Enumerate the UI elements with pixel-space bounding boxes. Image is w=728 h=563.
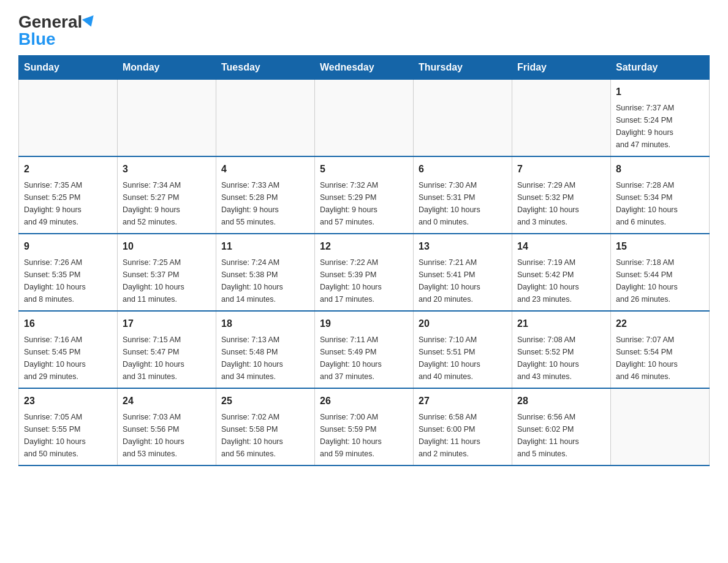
day-info: Sunrise: 7:34 AMSunset: 5:27 PMDaylight:…: [123, 179, 211, 228]
calendar-cell: [611, 388, 710, 465]
day-info: Sunrise: 7:21 AMSunset: 5:41 PMDaylight:…: [419, 256, 507, 305]
weekday-header-tuesday: Tuesday: [216, 56, 315, 80]
calendar-cell: 12Sunrise: 7:22 AMSunset: 5:39 PMDayligh…: [315, 234, 414, 311]
day-number: 28: [517, 394, 605, 408]
day-number: 15: [616, 239, 704, 254]
day-number: 21: [517, 316, 605, 331]
weekday-header-row: SundayMondayTuesdayWednesdayThursdayFrid…: [19, 56, 710, 80]
calendar-cell: 25Sunrise: 7:02 AMSunset: 5:58 PMDayligh…: [216, 388, 315, 465]
day-info: Sunrise: 7:28 AMSunset: 5:34 PMDaylight:…: [616, 179, 704, 228]
day-info: Sunrise: 7:02 AMSunset: 5:58 PMDaylight:…: [221, 411, 309, 460]
day-number: 27: [419, 394, 507, 408]
day-info: Sunrise: 7:10 AMSunset: 5:51 PMDaylight:…: [419, 334, 507, 383]
calendar-cell: 20Sunrise: 7:10 AMSunset: 5:51 PMDayligh…: [414, 311, 512, 388]
day-number: 6: [419, 162, 507, 177]
day-number: 16: [24, 316, 112, 331]
week-row-1: 1Sunrise: 7:37 AMSunset: 5:24 PMDaylight…: [19, 80, 710, 157]
calendar-cell: 13Sunrise: 7:21 AMSunset: 5:41 PMDayligh…: [414, 234, 512, 311]
day-number: 7: [517, 162, 605, 177]
day-number: 26: [320, 394, 408, 408]
calendar-body: 1Sunrise: 7:37 AMSunset: 5:24 PMDaylight…: [19, 80, 710, 466]
day-number: 17: [123, 316, 211, 331]
calendar-cell: 7Sunrise: 7:29 AMSunset: 5:32 PMDaylight…: [512, 156, 611, 234]
day-number: 10: [123, 239, 211, 254]
day-info: Sunrise: 6:56 AMSunset: 6:02 PMDaylight:…: [517, 411, 605, 460]
day-number: 14: [517, 239, 605, 254]
day-info: Sunrise: 7:35 AMSunset: 5:25 PMDaylight:…: [24, 179, 112, 228]
day-number: 9: [24, 239, 112, 254]
calendar-cell: 5Sunrise: 7:32 AMSunset: 5:29 PMDaylight…: [315, 156, 414, 234]
calendar-cell: 6Sunrise: 7:30 AMSunset: 5:31 PMDaylight…: [414, 156, 512, 234]
calendar-cell: 22Sunrise: 7:07 AMSunset: 5:54 PMDayligh…: [611, 311, 710, 388]
day-number: 1: [616, 85, 704, 99]
day-number: 4: [221, 162, 309, 177]
calendar-cell: 14Sunrise: 7:19 AMSunset: 5:42 PMDayligh…: [512, 234, 611, 311]
day-number: 19: [320, 316, 408, 331]
weekday-header-saturday: Saturday: [611, 56, 710, 80]
day-number: 18: [221, 316, 309, 331]
calendar-header: SundayMondayTuesdayWednesdayThursdayFrid…: [19, 56, 710, 80]
day-info: Sunrise: 7:32 AMSunset: 5:29 PMDaylight:…: [320, 179, 408, 228]
calendar-cell: 23Sunrise: 7:05 AMSunset: 5:55 PMDayligh…: [19, 388, 118, 465]
day-info: Sunrise: 7:29 AMSunset: 5:32 PMDaylight:…: [517, 179, 605, 228]
day-info: Sunrise: 7:03 AMSunset: 5:56 PMDaylight:…: [123, 411, 211, 460]
day-number: 24: [123, 394, 211, 408]
day-number: 8: [616, 162, 704, 177]
day-number: 11: [221, 239, 309, 254]
day-number: 22: [616, 316, 704, 331]
calendar-cell: 16Sunrise: 7:16 AMSunset: 5:45 PMDayligh…: [19, 311, 118, 388]
day-info: Sunrise: 6:58 AMSunset: 6:00 PMDaylight:…: [419, 411, 507, 460]
day-info: Sunrise: 7:19 AMSunset: 5:42 PMDaylight:…: [517, 256, 605, 305]
calendar-cell: 2Sunrise: 7:35 AMSunset: 5:25 PMDaylight…: [19, 156, 118, 234]
day-number: 23: [24, 394, 112, 408]
day-info: Sunrise: 7:37 AMSunset: 5:24 PMDaylight:…: [616, 102, 704, 151]
day-info: Sunrise: 7:07 AMSunset: 5:54 PMDaylight:…: [616, 334, 704, 383]
calendar-cell: 26Sunrise: 7:00 AMSunset: 5:59 PMDayligh…: [315, 388, 414, 465]
calendar-cell: [118, 80, 216, 157]
logo: General Blue: [18, 12, 96, 49]
weekday-header-monday: Monday: [118, 56, 216, 80]
day-info: Sunrise: 7:30 AMSunset: 5:31 PMDaylight:…: [419, 179, 507, 228]
calendar-cell: 24Sunrise: 7:03 AMSunset: 5:56 PMDayligh…: [118, 388, 216, 465]
calendar-cell: 11Sunrise: 7:24 AMSunset: 5:38 PMDayligh…: [216, 234, 315, 311]
day-number: 12: [320, 239, 408, 254]
day-number: 5: [320, 162, 408, 177]
weekday-header-friday: Friday: [512, 56, 611, 80]
weekday-header-thursday: Thursday: [414, 56, 512, 80]
page-header: General Blue: [18, 12, 710, 49]
calendar-cell: 1Sunrise: 7:37 AMSunset: 5:24 PMDaylight…: [611, 80, 710, 157]
calendar-cell: [216, 80, 315, 157]
calendar-cell: 9Sunrise: 7:26 AMSunset: 5:35 PMDaylight…: [19, 234, 118, 311]
week-row-5: 23Sunrise: 7:05 AMSunset: 5:55 PMDayligh…: [19, 388, 710, 465]
day-info: Sunrise: 7:13 AMSunset: 5:48 PMDaylight:…: [221, 334, 309, 383]
week-row-4: 16Sunrise: 7:16 AMSunset: 5:45 PMDayligh…: [19, 311, 710, 388]
calendar-cell: 15Sunrise: 7:18 AMSunset: 5:44 PMDayligh…: [611, 234, 710, 311]
logo-triangle-icon: [82, 15, 97, 29]
day-info: Sunrise: 7:24 AMSunset: 5:38 PMDaylight:…: [221, 256, 309, 305]
calendar-cell: [19, 80, 118, 157]
day-info: Sunrise: 7:18 AMSunset: 5:44 PMDaylight:…: [616, 256, 704, 305]
calendar-cell: [414, 80, 512, 157]
day-info: Sunrise: 7:15 AMSunset: 5:47 PMDaylight:…: [123, 334, 211, 383]
day-number: 20: [419, 316, 507, 331]
week-row-3: 9Sunrise: 7:26 AMSunset: 5:35 PMDaylight…: [19, 234, 710, 311]
calendar-cell: 17Sunrise: 7:15 AMSunset: 5:47 PMDayligh…: [118, 311, 216, 388]
day-info: Sunrise: 7:22 AMSunset: 5:39 PMDaylight:…: [320, 256, 408, 305]
calendar-cell: 8Sunrise: 7:28 AMSunset: 5:34 PMDaylight…: [611, 156, 710, 234]
calendar-cell: [315, 80, 414, 157]
day-info: Sunrise: 7:25 AMSunset: 5:37 PMDaylight:…: [123, 256, 211, 305]
day-number: 13: [419, 239, 507, 254]
day-number: 25: [221, 394, 309, 408]
calendar-cell: 27Sunrise: 6:58 AMSunset: 6:00 PMDayligh…: [414, 388, 512, 465]
day-info: Sunrise: 7:00 AMSunset: 5:59 PMDaylight:…: [320, 411, 408, 460]
calendar-table: SundayMondayTuesdayWednesdayThursdayFrid…: [18, 55, 710, 466]
weekday-header-sunday: Sunday: [19, 56, 118, 80]
calendar-cell: [512, 80, 611, 157]
logo-blue-text: Blue: [18, 29, 56, 49]
day-info: Sunrise: 7:05 AMSunset: 5:55 PMDaylight:…: [24, 411, 112, 460]
calendar-cell: 21Sunrise: 7:08 AMSunset: 5:52 PMDayligh…: [512, 311, 611, 388]
calendar-cell: 19Sunrise: 7:11 AMSunset: 5:49 PMDayligh…: [315, 311, 414, 388]
calendar-cell: 28Sunrise: 6:56 AMSunset: 6:02 PMDayligh…: [512, 388, 611, 465]
day-number: 3: [123, 162, 211, 177]
day-info: Sunrise: 7:08 AMSunset: 5:52 PMDaylight:…: [517, 334, 605, 383]
